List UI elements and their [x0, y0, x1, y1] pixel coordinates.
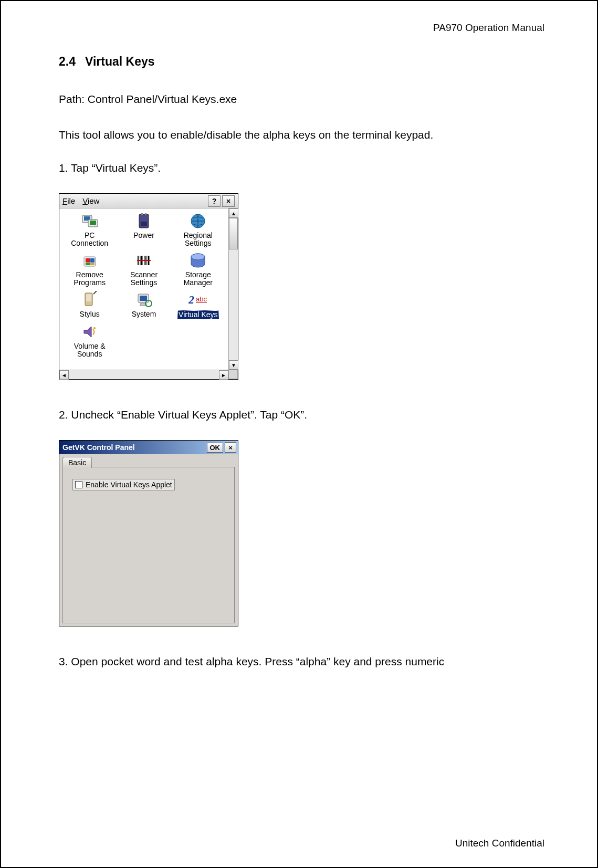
- cp-item-label: Volume & Sounds: [74, 342, 106, 359]
- section-number: 2.4: [59, 55, 76, 68]
- svg-text:abc: abc: [196, 295, 207, 303]
- virtual-keys-icon: 2abc: [188, 290, 207, 309]
- step-2: 2. Uncheck “Enable Virtual Keys Applet”.…: [59, 409, 544, 421]
- svg-point-31: [93, 327, 96, 329]
- path-line: Path: Control Panel/Virtual Keys.exe: [59, 91, 544, 108]
- ok-button[interactable]: OK: [207, 443, 224, 453]
- tab-panel: Enable Virtual Keys Applet: [62, 467, 235, 623]
- menu-file[interactable]: File: [62, 196, 75, 205]
- dialog-body: Basic Enable Virtual Keys Applet: [59, 454, 238, 626]
- cp-item-storage-manager[interactable]: Storage Manager: [172, 251, 224, 287]
- section-title-text: Virtual Keys: [85, 55, 155, 68]
- cp-item-label: Power: [133, 232, 154, 239]
- horizontal-scrollbar[interactable]: ◄ ►: [59, 370, 228, 379]
- system-icon: [134, 290, 153, 309]
- scroll-left-icon[interactable]: ◄: [59, 370, 69, 380]
- cp-item-label: Storage Manager: [184, 271, 213, 287]
- scanner-settings-icon: [134, 251, 153, 270]
- cp-item-scanner-settings[interactable]: Scanner Settings: [118, 251, 170, 287]
- cp-item-power[interactable]: Power: [118, 212, 170, 248]
- help-button[interactable]: ?: [208, 195, 221, 207]
- svg-rect-23: [86, 294, 91, 301]
- scroll-track-v[interactable]: [229, 218, 238, 360]
- cp-item-label: System: [132, 310, 156, 318]
- scroll-track-h[interactable]: [69, 370, 219, 379]
- svg-rect-13: [90, 263, 95, 265]
- cp-item-regional-settings[interactable]: Regional Settings: [172, 212, 224, 248]
- menu-view[interactable]: View: [82, 196, 99, 205]
- scroll-down-icon[interactable]: ▼: [229, 360, 238, 370]
- svg-rect-3: [90, 221, 96, 225]
- document-page: PA970 Operation Manual 2.4Virtual Keys P…: [0, 0, 598, 868]
- control-panel-body: PC ConnectionPowerRegional SettingsRemov…: [59, 208, 228, 370]
- pc-connection-icon: [80, 212, 99, 231]
- svg-rect-5: [141, 213, 143, 215]
- regional-settings-icon: [188, 212, 207, 231]
- cp-item-volume-sounds[interactable]: Volume & Sounds: [64, 322, 116, 359]
- dialog-titlebar: GetVK Control Panel OK ×: [59, 441, 238, 454]
- storage-manager-icon: [188, 251, 207, 270]
- power-icon: [134, 212, 153, 231]
- cp-item-pc-connection[interactable]: PC Connection: [64, 212, 116, 248]
- scroll-right-icon[interactable]: ►: [219, 370, 228, 380]
- intro-text: This tool allows you to enable/disable t…: [59, 127, 544, 143]
- cp-item-label: Remove Programs: [74, 271, 106, 287]
- close-button[interactable]: ×: [222, 195, 235, 207]
- svg-text:2: 2: [188, 293, 194, 306]
- cp-item-label: Regional Settings: [184, 232, 213, 248]
- svg-rect-10: [86, 258, 90, 263]
- stylus-icon: [80, 290, 99, 309]
- vertical-scrollbar[interactable]: ▲ ▼: [228, 208, 238, 370]
- svg-rect-11: [90, 258, 95, 263]
- cp-item-stylus[interactable]: Stylus: [64, 290, 116, 319]
- enable-vk-label: Enable Virtual Keys Applet: [86, 480, 172, 489]
- cp-item-label: Virtual Keys: [177, 310, 218, 319]
- scroll-corner: [228, 370, 238, 379]
- svg-rect-12: [86, 263, 90, 265]
- control-panel-screenshot: File View ? × PC ConnectionPowerRegional…: [59, 193, 238, 380]
- scroll-thumb-v[interactable]: [229, 218, 238, 249]
- cp-item-label: PC Connection: [71, 232, 108, 248]
- cp-item-label: Stylus: [80, 310, 100, 318]
- footer-confidential: Unitech Confidential: [455, 838, 544, 849]
- section-heading: 2.4Virtual Keys: [59, 55, 544, 69]
- svg-rect-26: [140, 296, 147, 301]
- dialog-title: GetVK Control Panel: [62, 443, 135, 452]
- remove-programs-icon: [80, 251, 99, 270]
- svg-rect-4: [139, 214, 149, 228]
- tab-basic[interactable]: Basic: [62, 457, 92, 468]
- svg-rect-7: [141, 222, 147, 226]
- svg-rect-6: [145, 213, 146, 215]
- cp-item-system[interactable]: System: [118, 290, 170, 319]
- menubar: File View ? ×: [59, 194, 238, 208]
- enable-vk-checkbox[interactable]: [75, 481, 82, 488]
- cp-item-label: Scanner Settings: [130, 271, 158, 287]
- step-1: 1. Tap “Virtual Keys”.: [59, 162, 544, 174]
- svg-point-21: [191, 254, 205, 260]
- getvk-dialog-screenshot: GetVK Control Panel OK × Basic Enable Vi…: [59, 440, 238, 626]
- doc-header-title: PA970 Operation Manual: [59, 22, 544, 34]
- cp-item-virtual-keys[interactable]: 2abcVirtual Keys: [172, 290, 224, 319]
- cp-item-remove-programs[interactable]: Remove Programs: [64, 251, 116, 287]
- dialog-close-button[interactable]: ×: [225, 442, 236, 453]
- volume-sounds-icon: [80, 322, 99, 341]
- step-3: 3. Open pocket word and test alpha keys.…: [59, 655, 544, 668]
- scroll-up-icon[interactable]: ▲: [229, 208, 238, 218]
- tabstrip: Basic: [62, 456, 235, 467]
- enable-vk-row[interactable]: Enable Virtual Keys Applet: [72, 479, 175, 490]
- svg-line-24: [93, 291, 97, 294]
